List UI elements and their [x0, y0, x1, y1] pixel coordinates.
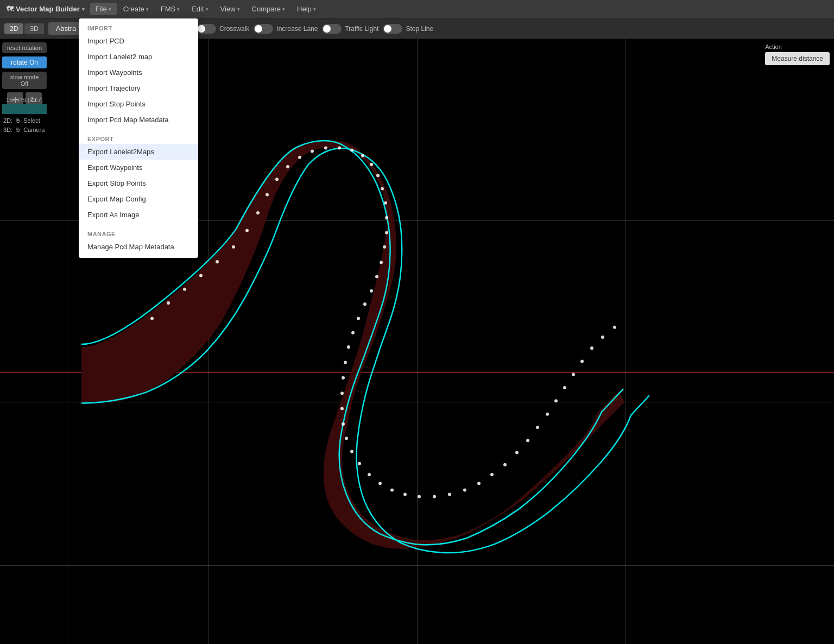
svg-point-25 [375, 275, 378, 278]
svg-point-44 [433, 495, 436, 498]
menu-help-label: Help [297, 5, 312, 13]
svg-point-54 [554, 399, 558, 402]
toggle-traffic-light: Traffic Light [322, 24, 378, 34]
import-pcd-item[interactable]: Import PCD [79, 33, 198, 49]
svg-point-48 [490, 473, 494, 476]
menu-help[interactable]: Help ▾ [292, 3, 321, 15]
toggle-crosswalk-label: Crosswalk [219, 25, 249, 33]
export-section-label: EXPORT [79, 132, 198, 144]
app-title: Vector Map Builder [16, 5, 80, 13]
menu-file-chevron: ▾ [109, 7, 111, 12]
3d-camera-label: Camera [23, 127, 45, 133]
svg-point-55 [563, 386, 566, 389]
import-lanelet2-map-item[interactable]: Import Lanelet2 map [79, 49, 198, 65]
svg-point-23 [383, 245, 386, 249]
rotate-on-btn[interactable]: rotate On [2, 56, 47, 68]
menu-create-chevron: ▾ [146, 7, 149, 12]
toggle-crosswalk-switch[interactable] [197, 24, 216, 34]
svg-point-53 [546, 413, 549, 416]
svg-point-40 [378, 482, 382, 485]
import-trajectory-item[interactable]: Import Trajectory [79, 80, 198, 96]
toggle-stop-line-label: Stop Line [406, 25, 433, 33]
menu-fms[interactable]: FMS ▾ [155, 3, 185, 15]
reset-rotation-btn[interactable]: reset rotation [2, 42, 47, 53]
fps-display: 15 FPS [2:17] [0, 97, 49, 115]
menu-view-label: View [220, 5, 236, 13]
import-waypoints-item[interactable]: Import Waypoints [79, 65, 198, 80]
btn-3d[interactable]: 3D [24, 23, 43, 34]
import-stop-points-item[interactable]: Import Stop Points [79, 96, 198, 112]
export-waypoints-item[interactable]: Export Waypoints [79, 160, 198, 175]
svg-point-34 [340, 407, 344, 411]
svg-point-57 [580, 359, 584, 363]
svg-point-42 [403, 493, 407, 496]
menu-edit[interactable]: Edit ▾ [186, 3, 213, 15]
svg-point-15 [350, 149, 353, 152]
export-map-config-item[interactable]: Export Map Config [79, 191, 198, 207]
toggle-stop-line-switch[interactable] [383, 24, 402, 34]
svg-point-5 [232, 245, 235, 249]
manage-pcd-map-metadata-item[interactable]: Manage Pcd Map Metadata [79, 239, 198, 255]
2d-label: 2D: [3, 117, 12, 124]
export-as-image-item[interactable]: Export As Image [79, 207, 198, 223]
svg-point-22 [385, 231, 388, 234]
svg-point-6 [245, 229, 249, 232]
slow-mode-btn[interactable]: slow mode Off [2, 72, 47, 89]
cursor-3d-icon: 🖱 [15, 126, 21, 134]
toggle-increase-lane-switch[interactable] [254, 24, 273, 34]
toggle-traffic-light-switch[interactable] [322, 24, 342, 34]
svg-point-51 [526, 439, 529, 442]
import-section-label: IMPORT [79, 22, 198, 33]
app-icon: 🗺 [7, 5, 14, 13]
svg-point-33 [340, 392, 344, 395]
mode-selector: 2D 3D [4, 23, 44, 34]
menu-view[interactable]: View ▾ [215, 3, 245, 15]
svg-point-52 [536, 426, 539, 429]
svg-point-14 [338, 146, 341, 149]
btn-2d[interactable]: 2D [4, 23, 23, 34]
svg-point-19 [381, 187, 384, 190]
menu-edit-label: Edit [192, 5, 204, 13]
svg-point-16 [361, 154, 364, 157]
menu-help-chevron: ▾ [313, 7, 316, 12]
measure-distance-btn[interactable]: Measure distance [765, 52, 830, 65]
menu-compare-label: Compare [252, 5, 281, 13]
menu-file[interactable]: File ▾ [90, 3, 117, 15]
menu-create[interactable]: Create ▾ [118, 3, 154, 15]
svg-point-37 [350, 450, 353, 453]
menu-compare-chevron: ▾ [282, 7, 285, 12]
svg-point-4 [216, 260, 219, 263]
fps-text: 15 FPS [2:17] [6, 97, 42, 103]
svg-point-29 [351, 331, 355, 334]
svg-point-21 [385, 216, 388, 219]
2d-coord-row: 2D: 🖱 Select [3, 117, 40, 124]
svg-point-59 [601, 336, 604, 339]
export-stop-points-item[interactable]: Export Stop Points [79, 175, 198, 191]
toggle-increase-lane: Increase Lane [254, 24, 318, 34]
menubar: 🗺 Vector Map Builder ▾ File ▾ Create ▾ F… [0, 0, 834, 18]
menu-compare[interactable]: Compare ▾ [247, 3, 290, 15]
2d-select-label: Select [23, 117, 40, 124]
svg-point-46 [463, 488, 466, 491]
divider-1 [79, 130, 198, 130]
import-pcd-map-metadata-item[interactable]: Import Pcd Map Metadata [79, 112, 198, 128]
svg-point-13 [324, 146, 327, 149]
svg-point-28 [357, 317, 360, 320]
menu-file-label: File [96, 5, 107, 13]
export-lanelet2maps-item[interactable]: Export Lanelet2Maps [79, 144, 198, 160]
svg-point-36 [345, 437, 348, 440]
menu-create-label: Create [123, 5, 144, 13]
svg-point-35 [342, 422, 345, 426]
toggle-stop-line: Stop Line [383, 24, 433, 34]
svg-point-0 [150, 317, 154, 320]
svg-point-18 [376, 174, 380, 177]
action-label: Action [765, 43, 830, 50]
menu-edit-chevron: ▾ [206, 7, 208, 12]
svg-point-49 [503, 463, 507, 466]
toggle-traffic-light-label: Traffic Light [345, 25, 378, 33]
svg-point-11 [298, 156, 301, 159]
svg-point-56 [572, 373, 575, 376]
svg-point-43 [418, 495, 421, 498]
svg-point-10 [286, 165, 289, 168]
svg-point-24 [380, 261, 383, 264]
